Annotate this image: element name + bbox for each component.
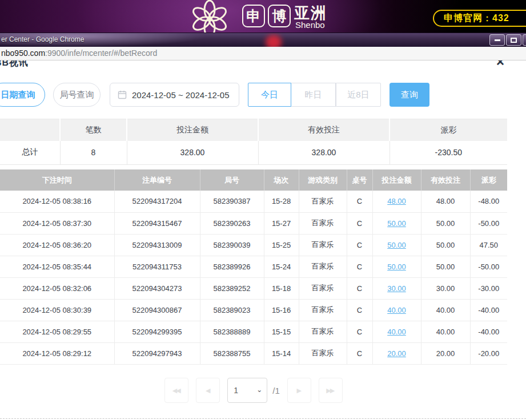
- bet-time-cell: 2024-12-05 08:29:55: [0, 321, 114, 342]
- round-id-cell: 582390263: [200, 212, 264, 234]
- bet-amount-cell: 40.00: [372, 299, 421, 321]
- bet-amount-cell: 48.00: [372, 191, 421, 212]
- date-query-tab[interactable]: 日期查询: [0, 83, 45, 107]
- maximize-button[interactable]: [506, 34, 521, 46]
- session-cell: 15-28: [264, 191, 299, 212]
- header-round-id: 局号: [200, 169, 264, 191]
- page-total-label: /1: [272, 386, 280, 395]
- url-domain: nbo950.com: [1, 49, 45, 58]
- table-no-cell: C: [347, 191, 372, 212]
- date-range-input[interactable]: 2024-12-05 ~ 2024-12-05: [110, 83, 239, 107]
- pagination: ◀◀ ◀ 1 ⌄ /1 ▶ ▶▶: [0, 378, 507, 403]
- table-no-cell: C: [347, 342, 372, 364]
- address-bar[interactable]: nbo950.com:9900/infe/mcenter/#/betRecord: [0, 47, 526, 60]
- session-cell: 15-24: [264, 256, 299, 277]
- table-no-cell: C: [347, 277, 372, 299]
- brand-english-label: Shenbo: [295, 20, 325, 30]
- today-button[interactable]: 今日: [248, 83, 291, 107]
- window-title: er Center - Google Chrome: [1, 35, 84, 43]
- session-cell: 15-25: [264, 234, 299, 256]
- header-payout: 派彩: [470, 169, 507, 191]
- valid-bet-cell: 50.00: [421, 256, 470, 277]
- round-id-cell: 582390039: [200, 234, 264, 256]
- bet-amount-link[interactable]: 30.00: [387, 284, 406, 293]
- yesterday-button[interactable]: 昨日: [291, 83, 336, 107]
- bet-amount-link[interactable]: 20.00: [387, 349, 406, 358]
- bet-time-cell: 2024-12-05 08:29:12: [0, 342, 114, 364]
- bet-amount-link[interactable]: 40.00: [387, 328, 406, 336]
- header-session: 场次: [264, 169, 299, 191]
- window-controls: [489, 34, 526, 46]
- last-page-button[interactable]: ▶▶: [319, 378, 343, 403]
- summary-total-row: 总计 8 328.00 328.00 -230.50: [0, 141, 507, 165]
- game-type-cell: 百家乐: [299, 212, 347, 234]
- bet-record-panel: BB视讯 ✕ 日期查询 局号查询 2024-12-05 ~ 2024-12-05…: [0, 60, 526, 420]
- page-select[interactable]: 1: [227, 378, 267, 403]
- session-cell: 15-15: [264, 321, 299, 342]
- order-id-cell: 522094315467: [114, 212, 200, 234]
- screen: 申 博 亚洲 Shenbo 申博官网：432 er Center - Googl…: [0, 0, 526, 420]
- header-order-id: 注单编号: [114, 169, 200, 191]
- bet-time-cell: 2024-12-05 08:36:20: [0, 234, 114, 256]
- table-row: 2024-12-05 08:29:12 522094297943 5823887…: [0, 342, 507, 364]
- minimize-button[interactable]: [489, 34, 505, 46]
- next-page-button[interactable]: ▶: [287, 378, 311, 403]
- order-id-cell: 522094311753: [114, 256, 200, 277]
- page-select-wrap: 1 ⌄: [227, 378, 267, 403]
- summary-header-payout: 派彩: [390, 119, 507, 141]
- round-query-tab[interactable]: 局号查询: [53, 83, 101, 107]
- order-id-cell: 522094300867: [114, 299, 200, 321]
- close-window-button[interactable]: [523, 34, 526, 46]
- game-type-cell: 百家乐: [299, 191, 347, 212]
- valid-bet-cell: 50.00: [421, 234, 470, 256]
- round-id-cell: 582388889: [200, 321, 264, 342]
- round-id-cell: 582389926: [200, 256, 264, 277]
- bets-table-body: 2024-12-05 08:38:16 522094317204 5823903…: [0, 191, 507, 364]
- table-row: 2024-12-05 08:36:20 522094313009 5823900…: [0, 234, 507, 256]
- round-id-cell: 582388755: [200, 342, 264, 364]
- bet-amount-link[interactable]: 48.00: [387, 197, 406, 205]
- payout-cell: -50.00: [470, 256, 507, 277]
- official-site-badge: 申博官网：432: [433, 10, 526, 27]
- prev-page-button[interactable]: ◀: [196, 378, 220, 403]
- bet-amount-link[interactable]: 40.00: [387, 306, 406, 314]
- url-text: nbo950.com:9900/infe/mcenter/#/betRecord: [1, 49, 157, 58]
- table-no-cell: C: [347, 234, 372, 256]
- table-row: 2024-12-05 08:37:30 522094315467 5823902…: [0, 212, 507, 234]
- first-page-button[interactable]: ◀◀: [164, 378, 188, 403]
- round-id-cell: 582389252: [200, 277, 264, 299]
- payout-cell: -30.00: [470, 277, 507, 299]
- session-cell: 15-27: [264, 212, 299, 234]
- bet-amount-cell: 50.00: [372, 234, 421, 256]
- search-button[interactable]: 查询: [390, 83, 429, 107]
- payout-cell: -50.00: [470, 212, 507, 234]
- game-type-cell: 百家乐: [299, 277, 347, 299]
- bet-amount-cell: 30.00: [372, 277, 421, 299]
- order-id-cell: 522094317204: [114, 191, 200, 212]
- valid-bet-cell: 50.00: [421, 212, 470, 234]
- close-panel-icon[interactable]: ✕: [496, 60, 505, 68]
- payout-cell: -20.00: [470, 342, 507, 364]
- bet-amount-link[interactable]: 50.00: [387, 262, 406, 271]
- bet-time-cell: 2024-12-05 08:37:30: [0, 212, 114, 234]
- valid-bet-cell: 40.00: [421, 299, 470, 321]
- summary-payout-value: -230.50: [390, 141, 507, 165]
- table-row: 2024-12-05 08:38:16 522094317204 5823903…: [0, 191, 507, 212]
- payout-cell: -40.00: [470, 299, 507, 321]
- header-bet-amount: 投注金额: [372, 169, 421, 191]
- summary-header-row: 笔数 投注金额 有效投注 派彩: [0, 119, 507, 141]
- flower-logo-icon: [188, 0, 231, 33]
- bet-time-cell: 2024-12-05 08:32:06: [0, 277, 114, 299]
- bet-amount-link[interactable]: 50.00: [387, 219, 406, 228]
- game-type-cell: 百家乐: [299, 299, 347, 321]
- last-8-days-button[interactable]: 近8日: [336, 83, 381, 107]
- table-no-cell: C: [347, 212, 372, 234]
- url-path: :9900/infe/mcenter/#/betRecord: [45, 49, 157, 58]
- header-valid-bet: 有效投注: [421, 169, 470, 191]
- game-type-cell: 百家乐: [299, 256, 347, 277]
- bet-time-cell: 2024-12-05 08:35:44: [0, 256, 114, 277]
- dashed-divider: [0, 418, 526, 419]
- bet-amount-cell: 20.00: [372, 342, 421, 364]
- bet-amount-link[interactable]: 50.00: [387, 241, 406, 249]
- logo-char-shen: 申: [242, 5, 265, 27]
